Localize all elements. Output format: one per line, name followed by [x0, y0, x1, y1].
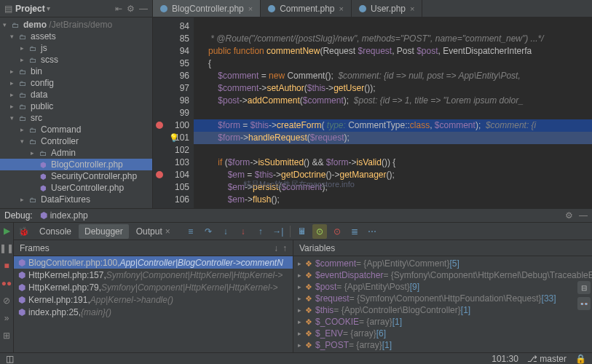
gear-icon[interactable]: ⚙ — [565, 210, 573, 221]
var-icon: ❖ — [305, 317, 312, 327]
layout-button[interactable]: ⊞ — [0, 329, 13, 342]
pause-button[interactable]: ❚❚ — [0, 242, 13, 255]
more-actions-button[interactable]: ⋯ — [365, 224, 379, 239]
variable-row[interactable]: ▸❖$post = {App\Entity\Post} [9] — [293, 281, 592, 293]
listen-debug-button[interactable]: ⊙ — [312, 224, 327, 239]
php-icon: ⬢ — [38, 183, 48, 193]
folder-js[interactable]: ▸🗀js — [0, 42, 152, 54]
hide-icon[interactable]: — — [139, 4, 148, 14]
show-exec-point-button[interactable]: ≡ — [183, 224, 198, 239]
project-root[interactable]: ▾🗀 demo /JetBrains/demo — [0, 19, 152, 31]
stop-listen-button[interactable]: ⊙ — [330, 224, 344, 239]
force-step-into-button[interactable]: ↓ — [236, 224, 250, 239]
variable-row[interactable]: ▸❖$eventDispatcher = {Symfony\Component\… — [293, 269, 592, 281]
folder-command[interactable]: ▸🗀Command — [0, 124, 152, 135]
debug-right-toolbar: ⊟ 👓 — [576, 281, 592, 310]
folder-config[interactable]: ▸🗀config — [0, 77, 152, 89]
folder-assets[interactable]: ▾🗀assets — [0, 31, 152, 42]
var-icon: ❖ — [305, 306, 312, 315]
chevron-down-icon[interactable]: ▾ — [47, 4, 50, 12]
project-title[interactable]: Project — [15, 4, 45, 14]
close-icon[interactable]: × — [339, 4, 344, 13]
tab-User.php[interactable]: User.php× — [352, 0, 422, 17]
close-icon[interactable]: × — [165, 226, 170, 237]
gutter[interactable]: 8485949596979899100101💡102103104105106 — [153, 17, 194, 208]
php-icon: ⬢ — [18, 295, 25, 305]
folder-admin[interactable]: ▸🗀Admin — [0, 147, 152, 159]
tab-console[interactable]: Console — [33, 224, 77, 239]
tab-debugger[interactable]: Debugger — [79, 224, 129, 239]
evaluate-button[interactable]: 🖩 — [295, 224, 309, 239]
prev-frame-button[interactable]: ↓ — [274, 243, 278, 253]
folder-data[interactable]: ▸🗀data — [0, 89, 152, 100]
mute-breakpoints-button[interactable]: ⊘ — [0, 294, 13, 307]
folder-public[interactable]: ▸🗀public — [0, 100, 152, 112]
frame-row[interactable]: ⬢HttpKernel.php:79, Symfony|Component|Ht… — [14, 281, 293, 293]
var-icon: ❖ — [305, 329, 312, 339]
code-editor[interactable]: 8485949596979899100101💡102103104105106 *… — [153, 17, 592, 208]
folder-icon: 🗀 — [10, 20, 20, 30]
var-icon: ❖ — [305, 259, 312, 269]
frame-row[interactable]: ⬢Kernel.php:191, App|Kernel->handle() — [14, 293, 293, 306]
variables-list: ▸❖$comment = {App\Entity\Comment} [5]▸❖$… — [293, 256, 592, 352]
project-panel: ▤ Project ▾ ⇤ ⚙ — ▾🗀 demo /JetBrains/dem… — [0, 0, 153, 208]
folder-scss[interactable]: ▸🗀scss — [0, 54, 152, 66]
close-icon[interactable]: × — [410, 4, 414, 13]
run-to-cursor-button[interactable]: →| — [271, 224, 285, 239]
run-config-label[interactable]: index.php — [50, 210, 88, 221]
frame-row[interactable]: ⬢BlogController.php:100, App|Controller|… — [14, 256, 293, 269]
caret-position[interactable]: 101:30 — [492, 354, 518, 364]
variable-row[interactable]: ▸❖$request = {Symfony\Component\HttpFoun… — [293, 293, 592, 304]
watch-button[interactable]: 👓 — [577, 297, 591, 310]
git-branch[interactable]: ⎇ master — [527, 354, 567, 364]
lock-icon[interactable]: 🔒 — [575, 354, 586, 364]
file-BlogController.php[interactable]: ⬢BlogController.php — [0, 159, 152, 170]
folder-bin[interactable]: ▸🗀bin — [0, 66, 152, 77]
gear-icon[interactable]: ⚙ — [127, 4, 135, 14]
hide-icon[interactable]: — — [579, 210, 588, 221]
collapse-icon[interactable]: ⇤ — [115, 4, 122, 14]
close-icon[interactable]: × — [248, 4, 253, 13]
step-over-button[interactable]: ↷ — [201, 224, 216, 239]
project-tool-icon[interactable]: ▤ — [4, 4, 12, 14]
variable-row[interactable]: ▸❖$_COOKIE = {array} [1] — [293, 316, 592, 328]
folder-icon: 🗀 — [17, 101, 28, 111]
statusbar-left-icon[interactable]: ◫ — [6, 354, 14, 364]
pin-button[interactable]: ⊟ — [577, 281, 591, 294]
statusbar: ◫ 101:30 ⎇ master 🔒 — [0, 352, 592, 364]
settings-button[interactable]: ≣ — [347, 224, 362, 239]
tab-BlogController.php[interactable]: BlogController.php× — [153, 0, 261, 17]
frame-row[interactable]: ⬢HttpKernel.php:157, Symfony|Component|H… — [14, 269, 293, 281]
variable-row[interactable]: ▸❖$this = {App\Controller\BlogController… — [293, 304, 592, 316]
variable-row[interactable]: ▸❖$comment = {App\Entity\Comment} [5] — [293, 258, 592, 269]
folder-controller[interactable]: ▾🗀Controller — [0, 135, 152, 147]
folder-datafixtures[interactable]: ▸🗀DataFixtures — [0, 194, 152, 205]
variable-row[interactable]: ▸❖$_ENV = {array} [6] — [293, 328, 592, 339]
step-into-button[interactable]: ↓ — [218, 224, 233, 239]
more-button[interactable]: » — [0, 312, 13, 325]
resume-button[interactable]: ▶ — [0, 224, 13, 237]
folder-src[interactable]: ▾🗀src — [0, 112, 152, 124]
debug-sidebar: ▶ ❚❚ ■ ●● ⊘ » ⊞ — [0, 223, 14, 352]
debugger-icon: 🐞 — [18, 226, 29, 237]
folder-icon: 🗀 — [28, 55, 38, 65]
frames-list: ⬢BlogController.php:100, App|Controller|… — [14, 256, 293, 352]
tab-Comment.php[interactable]: Comment.php× — [261, 0, 352, 17]
file-SecurityController.php[interactable]: ⬢SecurityController.php — [0, 170, 152, 182]
variable-row[interactable]: ▸❖$_POST = {array} [1] — [293, 339, 592, 351]
stop-button[interactable]: ■ — [0, 259, 13, 272]
next-frame-button[interactable]: ↑ — [283, 243, 287, 253]
breakpoint-icon[interactable] — [156, 171, 163, 178]
folder-icon: 🗀 — [17, 66, 28, 76]
bulb-icon[interactable]: 💡 — [169, 132, 179, 144]
frame-row[interactable]: ⬢index.php:25, {main}() — [14, 306, 293, 318]
frames-title: Frames — [20, 243, 50, 253]
code-body[interactable]: * @Route("/comment/{postSlug}/new", meth… — [194, 17, 592, 208]
breakpoint-icon[interactable] — [156, 122, 163, 129]
editor-area: BlogController.php×Comment.php×User.php×… — [153, 0, 592, 208]
folder-icon: 🗀 — [17, 113, 28, 123]
view-breakpoints-button[interactable]: ●● — [0, 277, 13, 290]
step-out-button[interactable]: ↑ — [253, 224, 268, 239]
file-UserController.php[interactable]: ⬢UserController.php — [0, 182, 152, 194]
tab-output[interactable]: Output× — [130, 224, 176, 239]
